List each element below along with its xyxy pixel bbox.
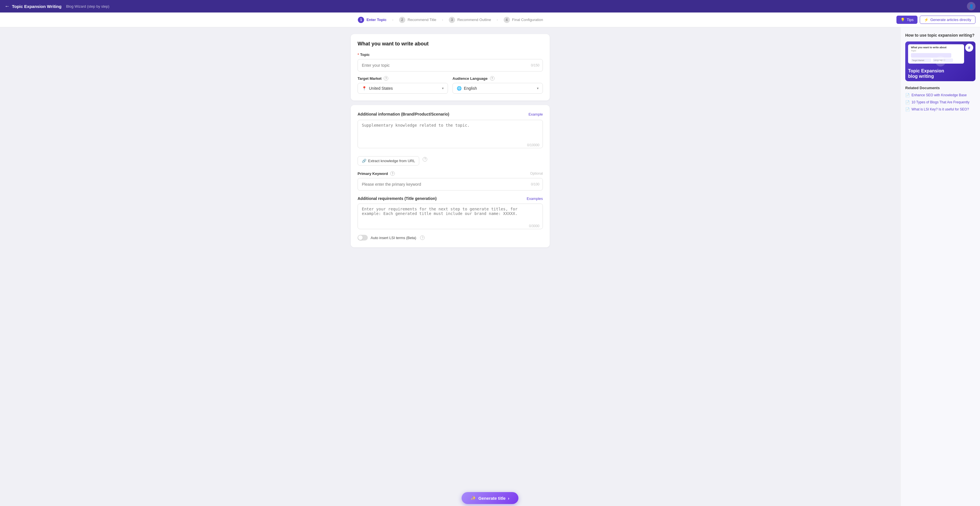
step-sep-3: › <box>496 18 499 22</box>
related-docs-title: Related Documents <box>905 86 975 90</box>
doc-2-text: 10 Types of Blogs That Are Frequently <box>912 100 969 105</box>
additional-info-card: Additional information (Brand/Product/Sc… <box>351 105 550 247</box>
example-link[interactable]: Example <box>528 112 543 116</box>
step-1-label: Enter Topic <box>366 17 387 22</box>
generate-direct-label: Generate articles directly <box>930 17 971 22</box>
video-overlay-text: Topic Expansionblog writing <box>908 68 973 79</box>
generate-title-button[interactable]: ✨ Generate title › <box>461 492 519 504</box>
additional-info-textarea[interactable] <box>358 120 543 148</box>
related-doc-1[interactable]: 📄 Enhance SEO with Knowledge Base <box>905 93 975 98</box>
requirements-textarea[interactable] <box>358 204 543 229</box>
lsi-toggle-row: Auto insert LSI terms (Beta) ? <box>358 235 543 241</box>
additional-info-title: Additional information (Brand/Product/Sc… <box>358 112 449 116</box>
step-3-label: Recommend Outline <box>457 17 491 22</box>
doc-2-icon: 📄 <box>905 100 910 105</box>
extract-help-icon[interactable]: ? <box>423 157 427 162</box>
audience-language-help-icon[interactable]: ? <box>490 76 495 81</box>
doc-3-text: What is LSI Key? Is it useful for SEO? <box>912 107 969 112</box>
page-title: Topic Expansion Writing <box>12 4 61 9</box>
related-doc-3[interactable]: 📄 What is LSI Key? Is it useful for SEO? <box>905 107 975 112</box>
doc-1-icon: 📄 <box>905 93 910 97</box>
target-market-field: Target Market ? 📍 United States ▾ United… <box>358 76 448 94</box>
requirements-counter: 0/3000 <box>529 224 539 228</box>
step-4-label: Final Configuration <box>512 17 543 22</box>
card-title: What you want to write about <box>358 41 543 47</box>
step-4-num: 4 <box>504 17 510 23</box>
sidebar-how-to-title: How to use topic expansion writing? <box>905 33 975 38</box>
hashtag-badge: # <box>965 44 973 52</box>
link-icon: 🔗 <box>362 159 366 163</box>
examples-link[interactable]: Examples <box>527 197 543 201</box>
sparkle-icon: ✨ <box>471 495 476 501</box>
doc-3-icon: 📄 <box>905 107 910 112</box>
primary-keyword-counter: 0/100 <box>531 182 539 186</box>
related-doc-2[interactable]: 📄 10 Types of Blogs That Are Frequently <box>905 100 975 105</box>
target-market-select[interactable]: 📍 United States ▾ United States <box>358 83 448 94</box>
lsi-help-icon[interactable]: ? <box>420 235 425 240</box>
related-docs-list: 📄 Enhance SEO with Knowledge Base 📄 10 T… <box>905 93 975 112</box>
back-button[interactable]: ← <box>5 3 10 10</box>
primary-keyword-label: Primary Keyword ? <box>358 171 395 176</box>
extract-knowledge-button[interactable]: 🔗 Extract knowledge from URL <box>358 156 419 165</box>
lightning-icon: ⚡ <box>924 17 929 22</box>
extract-btn-label: Extract knowledge from URL <box>368 159 415 163</box>
optional-label: Optional <box>530 171 543 176</box>
lightbulb-icon: 💡 <box>900 17 905 22</box>
video-thumbnail[interactable]: What you want to write about Topic Targe… <box>905 41 975 81</box>
video-bg: What you want to write about Topic Targe… <box>905 41 975 81</box>
additional-info-counter: 0/10000 <box>527 143 539 147</box>
right-sidebar: How to use topic expansion writing? What… <box>900 27 980 506</box>
topic-input[interactable] <box>358 59 543 71</box>
step-sep-2: › <box>441 18 444 22</box>
audience-language-label: Audience Language ? <box>452 76 543 81</box>
step-sep-1: › <box>391 18 395 22</box>
page-subtitle: Blog Wizard (step by step) <box>66 4 109 8</box>
audience-language-field: Audience Language ? 🌐 English ▾ English <box>452 76 543 94</box>
lsi-toggle[interactable] <box>358 235 368 241</box>
step-3[interactable]: 3 Recommend Outline <box>444 15 496 25</box>
topic-counter: 0/150 <box>531 63 539 67</box>
video-mini-card-text: What you want to write about <box>911 46 961 49</box>
topic-card: What you want to write about * Topic 0/1… <box>351 34 550 100</box>
requirements-title: Additional requirements (Title generatio… <box>358 196 437 201</box>
primary-keyword-input[interactable] <box>358 178 543 190</box>
generate-direct-button[interactable]: ⚡ Generate articles directly <box>920 16 975 24</box>
target-market-help-icon[interactable]: ? <box>384 76 388 81</box>
step-2-num: 2 <box>399 17 405 23</box>
topic-label: * Topic <box>358 52 543 57</box>
video-mini-sub: Topic <box>911 49 961 52</box>
step-bar: 1 Enter Topic › 2 Recommend Title › 3 Re… <box>0 13 980 27</box>
lsi-toggle-label: Auto insert LSI terms (Beta) <box>371 236 416 240</box>
play-button-icon[interactable]: ▶ <box>935 56 946 67</box>
generate-title-label: Generate title <box>478 496 506 501</box>
center-content: What you want to write about * Topic 0/1… <box>0 27 900 506</box>
user-avatar[interactable]: 👤 <box>967 2 975 11</box>
step-1[interactable]: 1 Enter Topic <box>353 15 391 25</box>
main-layout: What you want to write about * Topic 0/1… <box>0 27 980 506</box>
step-1-num: 1 <box>358 17 364 23</box>
audience-language-select[interactable]: 🌐 English ▾ English <box>452 83 543 94</box>
step-4[interactable]: 4 Final Configuration <box>499 15 548 25</box>
target-market-label: Target Market ? <box>358 76 448 81</box>
doc-1-text: Enhance SEO with Knowledge Base <box>912 93 967 98</box>
arrow-icon: › <box>508 496 509 501</box>
form-container: What you want to write about * Topic 0/1… <box>351 34 550 499</box>
step-3-num: 3 <box>449 17 455 23</box>
topbar: ← Topic Expansion Writing Blog Wizard (s… <box>0 0 980 13</box>
primary-keyword-help-icon[interactable]: ? <box>390 171 395 176</box>
step-2[interactable]: 2 Recommend Title <box>395 15 441 25</box>
tips-button[interactable]: 💡 Tips <box>896 16 918 24</box>
step-2-label: Recommend Title <box>407 17 436 22</box>
required-star: * <box>358 52 359 57</box>
tips-label: Tips <box>907 17 913 22</box>
